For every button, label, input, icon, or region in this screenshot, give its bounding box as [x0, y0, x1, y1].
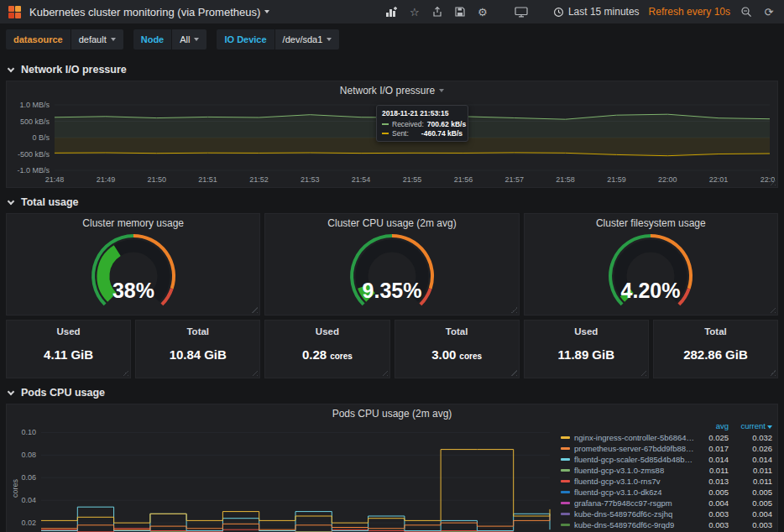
- svg-text:21:55: 21:55: [403, 175, 422, 184]
- stat-title: Used: [265, 326, 389, 336]
- gauge: 9.35%: [325, 232, 459, 315]
- legend-table: avg current nginx-ingress-controller-5b6…: [561, 421, 772, 532]
- legend-sort-current[interactable]: current: [729, 421, 772, 430]
- series-current: 0.014: [729, 455, 772, 464]
- stat-panel: Total 3.00cores: [395, 320, 520, 378]
- stat-value: 11.89GiB: [525, 347, 648, 362]
- pods-cpu-panel: Pods CPU usage (2m avg) 0.100.080.060.04…: [6, 404, 778, 532]
- gauge-value: 38%: [112, 279, 154, 302]
- series-current: 0.011: [729, 477, 772, 486]
- collapse-chevron-icon: [8, 65, 14, 71]
- panel-title[interactable]: Cluster memory usage: [7, 214, 259, 232]
- section-row-network[interactable]: Network I/O pressure: [6, 62, 778, 77]
- series-color-marker: [561, 491, 570, 493]
- dashboard-title[interactable]: Kubernetes cluster monitoring (via Prome…: [29, 6, 269, 18]
- legend-row[interactable]: nginx-ingress-controller-5b6864749-gft47…: [561, 432, 772, 443]
- tooltip-row: Received: 700.62 kB/s: [382, 120, 463, 128]
- stat-title: Used: [7, 326, 130, 336]
- panel-title[interactable]: Network I/O pressure: [7, 81, 777, 100]
- variable-dropdown[interactable]: default: [71, 29, 123, 50]
- legend-row[interactable]: fluentd-gcp-v3.1.0-rns7v 0.013 0.011: [561, 476, 772, 487]
- time-range-picker[interactable]: Last 15 minutes: [553, 6, 640, 18]
- save-icon[interactable]: [453, 5, 467, 18]
- series-current: 0.005: [729, 498, 772, 508]
- tooltip-series-value: 700.62 kB/s: [427, 120, 466, 128]
- panel-menu-caret-icon: [439, 89, 444, 92]
- legend-row[interactable]: grafana-77b948cc97-rsgpm 0.004 0.005: [561, 498, 772, 509]
- svg-text:21:59: 21:59: [607, 175, 626, 184]
- dashboard-body: datasource default Node All IO Devic: [0, 23, 784, 532]
- variable-dropdown[interactable]: /dev/sda1: [275, 29, 340, 50]
- legend-row[interactable]: fluentd-gcp-scaler-5d85d4b48b-l97hp 0.01…: [561, 454, 772, 465]
- cycle-view-monitor-icon[interactable]: [515, 5, 528, 18]
- chevron-down-icon: [194, 38, 199, 41]
- tooltip-series-value: -460.74 kB/s: [421, 129, 463, 138]
- series-name: kube-dns-548976df6c-zsjhq: [574, 509, 695, 519]
- gauge-panel: Cluster CPU usage (2m avg) 9.35%: [264, 213, 519, 316]
- pods-cpu-chart[interactable]: 0.100.080.060.040.02cores: [9, 423, 553, 532]
- svg-text:cores: cores: [11, 479, 19, 498]
- tooltip-row: Sent: -460.74 kB/s: [382, 129, 463, 138]
- panel-title[interactable]: Cluster filesystem usage: [525, 214, 777, 232]
- star-icon[interactable]: ☆: [408, 5, 421, 18]
- series-avg: 0.011: [695, 466, 729, 475]
- chevron-down-icon: [327, 38, 332, 41]
- stat-unit: cores: [330, 352, 353, 361]
- svg-text:0.06: 0.06: [21, 473, 36, 482]
- zoom-out-icon[interactable]: [740, 5, 753, 18]
- series-color-marker: [561, 480, 570, 482]
- bar-chart-plus-icon: [385, 6, 398, 18]
- panel-title[interactable]: Pods CPU usage (2m avg): [7, 404, 777, 423]
- svg-text:21:57: 21:57: [504, 175, 524, 184]
- variable-label: Node: [133, 29, 172, 50]
- legend-row[interactable]: kube-dns-548976df6c-9rqd9 0.003 0.003: [561, 519, 772, 530]
- grafana-logo[interactable]: [8, 6, 21, 18]
- series-name: fluentd-gcp-scaler-5d85d4b48b-l97hp: [574, 455, 695, 464]
- series-color-marker: [561, 513, 570, 515]
- svg-text:0.08: 0.08: [21, 451, 36, 459]
- legend-row[interactable]: prometheus-server-67bdd9fb88-4rjzh 0.017…: [561, 443, 772, 454]
- series-avg: 0.003: [695, 509, 729, 519]
- stat-panel: Used 4.11GiB: [6, 320, 131, 378]
- series-current: 0.011: [729, 466, 772, 475]
- series-name: fluentd-gcp-v3.1.0-zms88: [574, 466, 695, 475]
- stat-value: 3.00cores: [395, 347, 519, 362]
- svg-text:0 B/s: 0 B/s: [32, 133, 50, 142]
- refresh-icon[interactable]: ⟳: [762, 5, 776, 18]
- series-current: 0.026: [729, 444, 772, 453]
- gauge-value: 4.20%: [621, 279, 681, 302]
- stat-panel: Total 10.84GiB: [135, 320, 260, 378]
- refresh-interval[interactable]: Refresh every 10s: [649, 6, 730, 18]
- settings-gear-icon[interactable]: ⚙: [476, 5, 489, 18]
- sort-caret-icon: [767, 425, 772, 429]
- template-variable: datasource default: [6, 29, 123, 50]
- svg-text:21:56: 21:56: [454, 175, 473, 184]
- panel-title[interactable]: Cluster CPU usage (2m avg): [265, 214, 518, 232]
- share-icon[interactable]: [431, 5, 444, 18]
- gauge-panel: Cluster filesystem usage 4.20%: [524, 213, 778, 316]
- tooltip-timestamp: 2018-11-21 21:53:15: [382, 109, 463, 117]
- series-current: 0.032: [729, 433, 772, 442]
- stat-value: 4.11GiB: [7, 347, 130, 362]
- section-row-pods-cpu[interactable]: Pods CPU usage: [6, 385, 778, 400]
- section-row-total-usage[interactable]: Total usage: [6, 195, 778, 210]
- navbar-actions: ☆ ⚙: [385, 5, 776, 18]
- clock-icon: [553, 7, 564, 18]
- legend-header: avg current: [561, 421, 772, 430]
- stat-title: Total: [395, 326, 519, 336]
- template-variable: IO Device /dev/sda1: [217, 29, 339, 50]
- legend-row[interactable]: fluentd-gcp-v3.1.0-zms88 0.011 0.011: [561, 465, 772, 476]
- svg-text:22:00: 22:00: [658, 175, 677, 184]
- section-title: Pods CPU usage: [21, 387, 105, 399]
- legend-row[interactable]: fluentd-gcp-v3.1.0-dk6z4 0.005 0.005: [561, 487, 772, 498]
- series-color-marker: [561, 436, 570, 439]
- gauge-row: Cluster memory usage 38% Cluster CPU usa…: [6, 213, 778, 316]
- legend-row[interactable]: kube-dns-548976df6c-zsjhq 0.003 0.004: [561, 509, 772, 519]
- submenu: datasource default Node All IO Devic: [6, 23, 778, 55]
- stat-title: Total: [136, 326, 259, 336]
- variable-dropdown[interactable]: All: [172, 29, 206, 50]
- svg-text:0.04: 0.04: [21, 496, 36, 504]
- legend-sort-avg[interactable]: avg: [695, 421, 729, 430]
- add-panel-icon[interactable]: [385, 5, 399, 18]
- svg-text:21:53: 21:53: [301, 175, 320, 184]
